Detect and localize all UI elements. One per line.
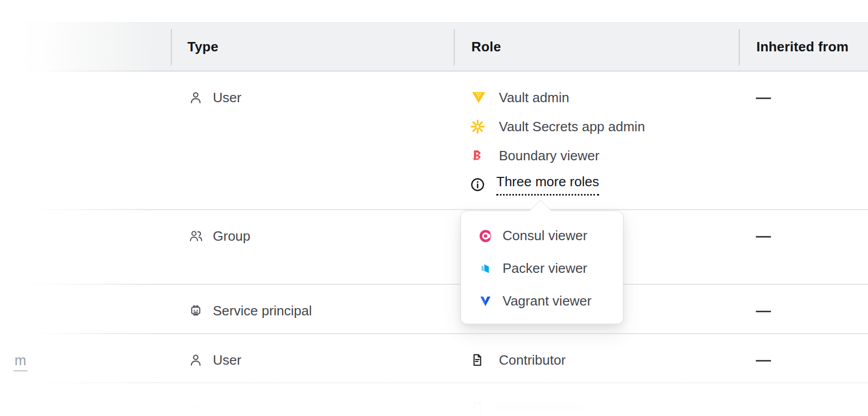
- group-icon: [188, 228, 204, 244]
- table-row: User Vault admin Vault Secrets app admin: [0, 72, 868, 209]
- info-icon: [470, 176, 489, 193]
- inherited-from-value: —: [756, 228, 771, 245]
- column-divider: [739, 29, 740, 65]
- type-label: Service principal: [213, 303, 312, 319]
- table-header-row: Type Role Inherited from: [0, 22, 868, 72]
- popover-role-item: Consul viewer: [478, 219, 623, 252]
- type-label: User: [213, 352, 241, 368]
- boundary-icon: [470, 147, 489, 164]
- column-header-inherited-from: Inherited from: [756, 23, 849, 71]
- truncated-principal-name-link[interactable]: m: [13, 353, 28, 371]
- service-principal-robot-icon: [188, 303, 204, 318]
- table-row: m User Contributor: [0, 333, 868, 382]
- table-row: Group —: [0, 209, 868, 284]
- role-label: Boundary viewer: [499, 148, 600, 164]
- type-label: User: [213, 90, 241, 106]
- role-label: Vault admin: [499, 90, 569, 106]
- inherited-from-value: —: [756, 89, 771, 106]
- table-row: Service principal —: [0, 284, 868, 333]
- type-label: Group: [213, 228, 250, 244]
- three-more-roles-link[interactable]: Three more roles: [470, 170, 645, 199]
- popover-role-label: Vagrant viewer: [503, 293, 592, 309]
- vagrant-icon: [478, 293, 493, 310]
- role-label: Vault Secrets app admin: [499, 119, 645, 135]
- popover-role-item: Packer viewer: [478, 252, 623, 285]
- popover-role-label: Consul viewer: [503, 228, 587, 244]
- column-header-role: Role: [471, 23, 501, 71]
- column-divider: [171, 29, 172, 65]
- user-icon: [188, 352, 204, 368]
- table-row-partial: [0, 382, 868, 416]
- popover-role-label: Packer viewer: [503, 260, 587, 276]
- vault-secrets-asterisk-icon: [470, 118, 489, 135]
- iam-members-table-screen: Type Role Inherited from User: [0, 0, 868, 416]
- column-divider: [454, 29, 455, 65]
- popover-role-item: Vagrant viewer: [478, 285, 623, 317]
- more-roles-popover: Consul viewer Packer viewer Vagrant view…: [460, 211, 623, 324]
- contributor-document-icon: [470, 352, 489, 368]
- faded-role-label-placeholder: [495, 402, 584, 412]
- packer-icon: [478, 260, 493, 277]
- role-label: Contributor: [499, 352, 566, 368]
- column-header-type: Type: [187, 23, 219, 71]
- document-icon: [470, 399, 485, 415]
- inherited-from-value: —: [756, 302, 771, 320]
- inherited-from-value: —: [756, 352, 771, 369]
- user-icon: [188, 403, 204, 416]
- vault-triangle-icon: [470, 89, 489, 106]
- user-icon: [188, 90, 204, 105]
- three-more-roles-label[interactable]: Three more roles: [496, 174, 599, 196]
- consul-icon: [478, 228, 493, 244]
